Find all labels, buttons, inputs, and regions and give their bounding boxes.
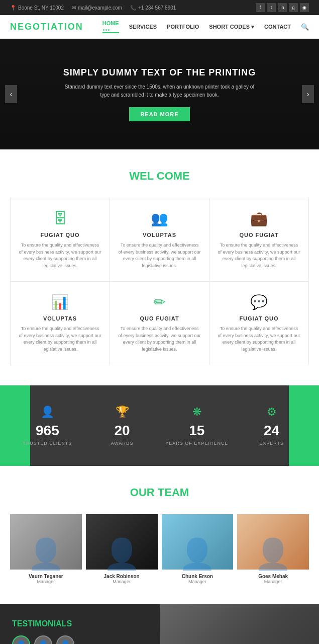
testimonial-avatar-3[interactable]: 👤 xyxy=(56,635,74,644)
feature-card: ✏ QUO FUGIAT To ensure the quality and e… xyxy=(110,282,209,365)
feature-desc: To ensure the quality and effectiveness … xyxy=(218,326,300,353)
location-icon: 📍 xyxy=(10,5,16,11)
testimonial-avatar-1[interactable]: 👤 xyxy=(12,635,30,644)
team-title: OUR TEAM xyxy=(10,486,309,499)
team-title-accent: TEAM xyxy=(158,486,189,499)
nav-services[interactable]: SERVICES xyxy=(129,24,157,30)
team-title-plain: OUR xyxy=(130,486,155,499)
stat-item: ⚙ 24 EXPERTS xyxy=(234,400,309,451)
team-section: OUR TEAM 👤 Vaurn Teganer Manager 👤 Jack … xyxy=(0,466,319,604)
stat-label: EXPERTS xyxy=(239,441,304,446)
feature-title: FUGIAT QUO xyxy=(19,232,101,238)
feature-title: VOLUPTAS xyxy=(118,232,201,238)
email-text: mail@example.com xyxy=(78,5,122,11)
top-bar-left: 📍 Boone St, NY 10002 ✉ mail@example.com … xyxy=(10,5,176,11)
nav-shortcodes[interactable]: SHORT CODES ▾ xyxy=(209,24,254,30)
stats-section: 👤 965 TRUSTED CLIENTS 🏆 20 AWARDS ❋ 15 Y… xyxy=(0,385,319,466)
testimonials-section: TESTIMONIALS 👤 👤 👤 FILAN FISTEKU Donec l… xyxy=(0,604,319,644)
feature-card: 🗄 FUGIAT QUO To ensure the quality and e… xyxy=(11,198,110,281)
feature-icon: 📊 xyxy=(19,294,101,310)
phone-icon: 📞 xyxy=(130,5,136,11)
feature-desc: To ensure the quality and effectiveness … xyxy=(19,242,101,269)
nav-contact[interactable]: CONTACT xyxy=(264,24,291,30)
hero-prev-arrow[interactable]: ‹ xyxy=(5,85,17,103)
feature-card: 📊 VOLUPTAS To ensure the quality and eff… xyxy=(11,282,110,365)
feature-title: QUO FUGIAT xyxy=(118,315,201,321)
testimonials-avatars: 👤 👤 👤 xyxy=(12,635,148,644)
stat-icon: ❋ xyxy=(165,406,230,419)
team-member-name: Goes Mehak xyxy=(237,574,309,579)
team-card: 👤 Goes Mehak Manager xyxy=(237,514,309,584)
features-grid: 🗄 FUGIAT QUO To ensure the quality and e… xyxy=(10,198,309,365)
hero-subtitle: Standard dummy text ever since the 1500s… xyxy=(64,83,255,99)
team-card: 👤 Vaurn Teganer Manager xyxy=(10,514,82,584)
team-member-name: Chunk Erson xyxy=(162,574,234,579)
team-photo: 👤 xyxy=(162,514,234,570)
google-icon[interactable]: g xyxy=(289,3,298,12)
nav-portfolio[interactable]: PORTFOLIO xyxy=(167,24,199,30)
team-member-role: Manager xyxy=(237,579,309,584)
stat-number: 15 xyxy=(165,423,230,439)
team-member-role: Manager xyxy=(162,579,234,584)
hero-read-more-button[interactable]: READ MORE xyxy=(129,107,189,121)
feature-icon: 💬 xyxy=(218,294,300,310)
welcome-title-plain: WEL xyxy=(129,170,153,182)
stat-icon: ⚙ xyxy=(239,406,304,419)
team-member-name: Vaurn Teganer xyxy=(10,574,82,579)
testimonials-title: TESTIMONIALS xyxy=(12,619,148,628)
team-member-role: Manager xyxy=(86,579,158,584)
phone-item: 📞 +1 234 567 8901 xyxy=(130,5,176,11)
stat-icon: 🏆 xyxy=(90,406,155,419)
twitter-icon[interactable]: t xyxy=(267,3,276,12)
welcome-title: WEL COME xyxy=(10,170,309,183)
stat-label: YEARS OF EXPERIENCE xyxy=(165,441,230,446)
instagram-icon[interactable]: in xyxy=(278,3,287,12)
search-icon[interactable]: 🔍 xyxy=(301,23,309,31)
testimonials-left: TESTIMONIALS 👤 👤 👤 FILAN FISTEKU Donec l… xyxy=(0,604,160,644)
feature-desc: To ensure the quality and effectiveness … xyxy=(118,242,201,269)
navbar: NEGOTIATION HOME SERVICES PORTFOLIO SHOR… xyxy=(0,15,319,39)
top-bar: 📍 Boone St, NY 10002 ✉ mail@example.com … xyxy=(0,0,319,15)
rss-icon[interactable]: ◉ xyxy=(300,3,309,12)
testimonial-avatar-2[interactable]: 👤 xyxy=(34,635,52,644)
team-card: 👤 Chunk Erson Manager xyxy=(162,514,234,584)
testimonials-title-plain: TESTIMO xyxy=(12,619,48,628)
feature-desc: To ensure the quality and effectiveness … xyxy=(118,326,201,353)
stat-number: 24 xyxy=(239,423,304,439)
feature-desc: To ensure the quality and effectiveness … xyxy=(19,326,101,353)
facebook-icon[interactable]: f xyxy=(256,3,265,12)
logo[interactable]: NEGOTIATION xyxy=(10,22,83,32)
stat-item: ❋ 15 YEARS OF EXPERIENCE xyxy=(160,400,235,451)
team-member-role: Manager xyxy=(10,579,82,584)
stat-icon: 👤 xyxy=(15,406,80,419)
feature-desc: To ensure the quality and effectiveness … xyxy=(218,242,300,269)
feature-card: 💼 QUO FUGIAT To ensure the quality and e… xyxy=(209,198,308,281)
stat-item: 👤 965 TRUSTED CLIENTS xyxy=(10,400,85,451)
feature-card: 👥 VOLUPTAS To ensure the quality and eff… xyxy=(110,198,209,281)
hero-next-arrow[interactable]: › xyxy=(302,85,314,103)
nav-home[interactable]: HOME xyxy=(102,20,119,33)
feature-icon: 👥 xyxy=(118,210,201,227)
testimonials-title-accent: NIALS xyxy=(48,619,72,628)
address-text: Boone St, NY 10002 xyxy=(18,5,64,11)
hero-section: SIMPLY DUMMY TEXT OF THE PRINTING Standa… xyxy=(0,39,319,149)
feature-title: VOLUPTAS xyxy=(19,315,101,321)
stat-item: 🏆 20 AWARDS xyxy=(85,400,160,451)
social-links: f t in g ◉ xyxy=(256,3,309,12)
welcome-title-accent: COME xyxy=(157,170,190,182)
feature-icon: ✏ xyxy=(118,294,201,310)
team-photo: 👤 xyxy=(86,514,158,570)
stat-label: TRUSTED CLIENTS xyxy=(15,441,80,446)
feature-icon: 💼 xyxy=(218,210,300,227)
feature-icon: 🗄 xyxy=(19,210,101,227)
team-grid: 👤 Vaurn Teganer Manager 👤 Jack Robinson … xyxy=(10,514,309,584)
email-icon: ✉ xyxy=(72,5,76,11)
stat-number: 965 xyxy=(15,423,80,439)
team-card: 👤 Jack Robinson Manager xyxy=(86,514,158,584)
stat-number: 20 xyxy=(90,423,155,439)
hero-content: SIMPLY DUMMY TEXT OF THE PRINTING Standa… xyxy=(0,39,319,149)
testimonials-right xyxy=(160,604,320,644)
nav-links: HOME SERVICES PORTFOLIO SHORT CODES ▾ CO… xyxy=(102,20,309,33)
feature-card: 💬 FUGIAT QUO To ensure the quality and e… xyxy=(209,282,308,365)
phone-text: +1 234 567 8901 xyxy=(138,5,176,11)
